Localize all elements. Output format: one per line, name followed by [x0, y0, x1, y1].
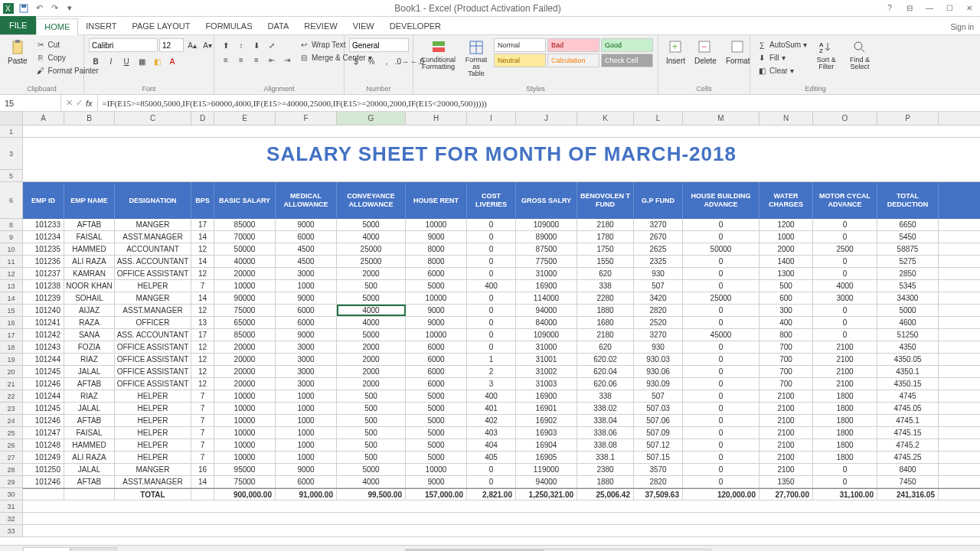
cell[interactable]: 101246	[23, 415, 64, 426]
cell[interactable]: 5345	[877, 280, 939, 292]
indent-dec-icon[interactable]: ⇤	[265, 53, 279, 67]
cell[interactable]: 94000	[516, 476, 577, 487]
paste-button[interactable]: Paste	[5, 38, 31, 67]
cell[interactable]: 101246	[23, 378, 64, 390]
cell[interactable]: 58875	[877, 243, 939, 255]
cell[interactable]: 31003	[516, 378, 577, 390]
comma-icon[interactable]: ,	[380, 54, 394, 68]
cell[interactable]: 89000	[516, 231, 577, 243]
cell[interactable]: JALAL	[64, 464, 115, 475]
cell[interactable]: SOHAIL	[64, 292, 115, 304]
cell[interactable]: HELPER	[115, 403, 191, 414]
cell[interactable]: 2820	[634, 305, 683, 316]
cell[interactable]: 7	[191, 439, 214, 451]
cell[interactable]: 9000	[276, 292, 337, 304]
cell[interactable]: 2100	[813, 354, 877, 365]
cell[interactable]: 7	[191, 415, 214, 426]
select-all-corner[interactable]	[0, 112, 23, 125]
column-header[interactable]: F	[276, 112, 337, 125]
fx-icon[interactable]: fx	[86, 99, 93, 108]
cell[interactable]: 16	[191, 464, 214, 475]
cell[interactable]: 0	[683, 390, 760, 402]
number-format-select[interactable]	[349, 38, 409, 52]
cell[interactable]: 10000	[406, 329, 467, 341]
cell[interactable]: 90000	[214, 292, 276, 304]
cell[interactable]: 507.03	[634, 403, 683, 414]
cell[interactable]: 1800	[813, 403, 877, 414]
column-header[interactable]: B	[64, 112, 115, 125]
cell[interactable]: 0	[683, 439, 760, 451]
cell[interactable]: 2100	[760, 452, 813, 463]
total-cell[interactable]	[64, 489, 115, 500]
column-header[interactable]: E	[214, 112, 276, 125]
decrease-font-icon[interactable]: A▾	[201, 38, 214, 52]
cell[interactable]: 2000	[337, 354, 406, 365]
cell[interactable]: 4745.25	[877, 452, 939, 463]
cell[interactable]: 0	[467, 317, 516, 328]
font-color-button[interactable]: A	[165, 54, 179, 68]
cell[interactable]: 338	[577, 280, 634, 292]
cell[interactable]: 14	[191, 256, 214, 267]
cell[interactable]: 2100	[760, 415, 813, 426]
cell[interactable]: 4745.15	[877, 427, 939, 439]
cell[interactable]: 10000	[406, 292, 467, 304]
row-header[interactable]: 30	[0, 488, 23, 500]
close-icon[interactable]: ✕	[960, 2, 978, 15]
cell[interactable]: JALAL	[64, 403, 115, 414]
save-icon[interactable]	[18, 3, 29, 14]
cell[interactable]: AFTAB	[64, 219, 115, 230]
cell[interactable]: 101240	[23, 305, 64, 316]
cell[interactable]: 0	[813, 317, 877, 328]
cell[interactable]: 5000	[337, 292, 406, 304]
cell[interactable]: KAMRAN	[64, 268, 115, 279]
total-cell[interactable]: 37,509.63	[634, 489, 683, 500]
column-header[interactable]: D	[191, 112, 214, 125]
sheet-tab-1[interactable]: Sheet1	[23, 547, 70, 552]
cell[interactable]: 10000	[214, 452, 276, 463]
tab-view[interactable]: VIEW	[345, 18, 382, 34]
cell[interactable]: 114000	[516, 292, 577, 304]
style-calculation[interactable]: Calculation	[547, 54, 599, 67]
total-cell[interactable]: 120,000.00	[683, 489, 760, 500]
cell[interactable]: 84000	[516, 317, 577, 328]
cell[interactable]: 2000	[760, 243, 813, 255]
cell[interactable]: 400	[467, 280, 516, 292]
cell[interactable]: 1350	[760, 476, 813, 487]
cell[interactable]: 4000	[337, 476, 406, 487]
cell[interactable]: HAMMED	[64, 243, 115, 255]
cell[interactable]: 12	[191, 243, 214, 255]
cell[interactable]: 2380	[577, 464, 634, 475]
find-select-button[interactable]: Find & Select	[844, 38, 876, 72]
column-header[interactable]: H	[406, 112, 467, 125]
cell[interactable]: 4350.1	[877, 366, 939, 377]
cell[interactable]: 2100	[813, 366, 877, 377]
clear-button[interactable]: ◧Clear ▾	[755, 64, 808, 77]
cell[interactable]: 20000	[214, 341, 276, 353]
cell[interactable]: 8400	[877, 464, 939, 475]
cell[interactable]: 2820	[634, 476, 683, 487]
cell[interactable]: 101250	[23, 464, 64, 475]
cell[interactable]: 400	[760, 317, 813, 328]
cell[interactable]: 6000	[276, 476, 337, 487]
cell[interactable]: 500	[337, 415, 406, 426]
cell[interactable]: 0	[467, 219, 516, 230]
cell[interactable]: 10000	[214, 427, 276, 439]
cell[interactable]: 2100	[760, 403, 813, 414]
cell[interactable]: 101234	[23, 231, 64, 243]
cell[interactable]: 338.08	[577, 439, 634, 451]
cell[interactable]: 0	[683, 219, 760, 230]
cell[interactable]: 0	[467, 464, 516, 475]
cell[interactable]: 3000	[276, 366, 337, 377]
cell[interactable]: 0	[683, 378, 760, 390]
cell[interactable]: 0	[813, 476, 877, 487]
cell[interactable]: OFFICE ASSISTANT	[115, 378, 191, 390]
cell[interactable]: 12	[191, 354, 214, 365]
cell[interactable]: 5000	[406, 390, 467, 402]
cell[interactable]: 930	[634, 341, 683, 353]
cell[interactable]: 101242	[23, 329, 64, 341]
cell[interactable]: 3270	[634, 329, 683, 341]
total-cell[interactable]	[191, 489, 214, 500]
cell[interactable]: MANGER	[115, 219, 191, 230]
cell[interactable]: 5000	[406, 280, 467, 292]
style-neutral[interactable]: Neutral	[494, 54, 546, 67]
